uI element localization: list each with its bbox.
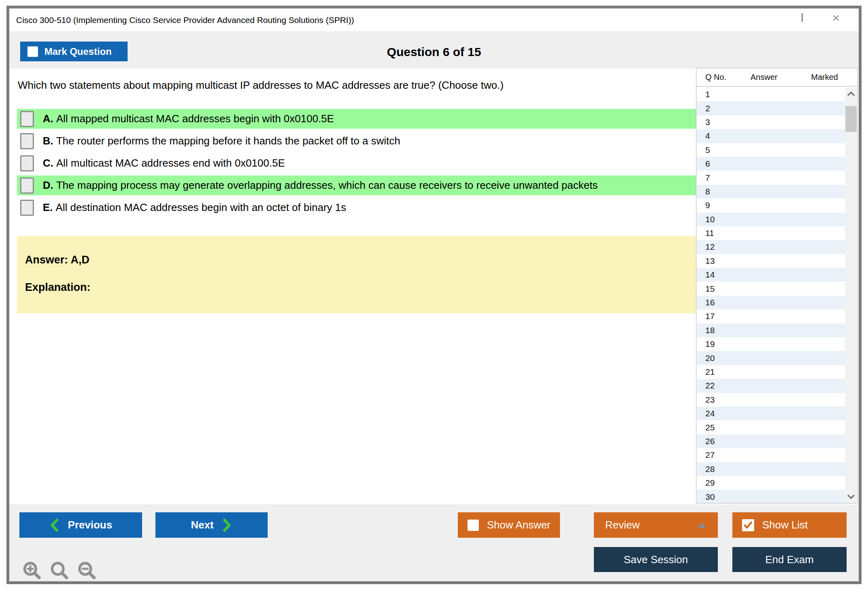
- row-question-number: 1: [705, 90, 751, 99]
- answer-option[interactable]: C. All multicast MAC addresses end with …: [17, 153, 697, 173]
- review-caret-icon: [698, 522, 707, 528]
- question-list-row[interactable]: 6: [697, 157, 845, 171]
- answer-explanation-box: Answer: A,D Explanation:: [17, 236, 697, 313]
- next-button[interactable]: Next: [155, 512, 268, 538]
- row-question-number: 17: [705, 311, 751, 321]
- answer-options: A. All mapped multicast MAC addresses be…: [17, 109, 697, 220]
- question-list-row[interactable]: 19: [697, 337, 845, 351]
- answer-option[interactable]: E. All destination MAC addresses begin w…: [17, 198, 697, 217]
- previous-chevron-icon: [49, 518, 60, 532]
- question-list-row[interactable]: 7: [697, 171, 845, 184]
- question-counter: Question 6 of 15: [9, 45, 859, 59]
- window-controls: ×: [772, 14, 840, 22]
- end-exam-button[interactable]: End Exam: [732, 547, 847, 572]
- question-list-row[interactable]: 9: [697, 198, 845, 212]
- question-list-row[interactable]: 16: [697, 296, 845, 309]
- option-checkbox[interactable]: [20, 133, 34, 149]
- question-list-row[interactable]: 21: [697, 365, 845, 379]
- end-exam-label: End Exam: [765, 553, 814, 566]
- question-list-rows: 1234567891011121314151617181920212223242…: [697, 88, 845, 503]
- question-list-row[interactable]: 2: [697, 101, 845, 115]
- row-question-number: 26: [705, 436, 751, 446]
- question-list-row[interactable]: 12: [697, 240, 845, 254]
- zoom-out-icon[interactable]: [77, 561, 96, 580]
- option-label: D. The mapping process may generate over…: [43, 179, 598, 192]
- question-list-row[interactable]: 15: [697, 282, 845, 295]
- column-header-qno: Q No.: [705, 73, 751, 82]
- question-list-row[interactable]: 11: [697, 226, 845, 240]
- row-question-number: 10: [705, 215, 751, 224]
- question-list-row[interactable]: 3: [697, 115, 845, 129]
- question-list-row[interactable]: 22: [697, 379, 845, 393]
- row-question-number: 5: [705, 145, 751, 155]
- row-question-number: 14: [705, 270, 751, 280]
- option-checkbox[interactable]: [20, 200, 34, 216]
- question-list-scrollbar[interactable]: [845, 88, 857, 503]
- show-answer-button[interactable]: Show Answer: [458, 512, 560, 538]
- question-list-row[interactable]: 25: [697, 420, 845, 434]
- question-list-row[interactable]: 30: [697, 490, 845, 503]
- save-session-button[interactable]: Save Session: [594, 547, 718, 572]
- row-question-number: 8: [705, 187, 751, 196]
- scroll-up-icon[interactable]: [845, 88, 857, 100]
- row-question-number: 9: [705, 200, 751, 210]
- zoom-in-icon[interactable]: [22, 561, 42, 580]
- question-list-row[interactable]: 24: [697, 407, 845, 420]
- option-checkbox[interactable]: [20, 155, 34, 171]
- row-question-number: 28: [705, 464, 751, 474]
- question-list-row[interactable]: 17: [697, 309, 845, 323]
- review-button[interactable]: Review: [594, 512, 718, 538]
- row-question-number: 16: [705, 298, 751, 307]
- next-chevron-icon: [222, 518, 232, 532]
- question-list-row[interactable]: 18: [697, 324, 845, 337]
- column-header-marked: Marked: [811, 73, 858, 82]
- answer-option[interactable]: B. The router performs the mapping befor…: [17, 131, 697, 151]
- maximize-icon[interactable]: [801, 14, 803, 21]
- question-list-row[interactable]: 26: [697, 434, 845, 448]
- question-list-row[interactable]: 10: [697, 213, 845, 226]
- question-list-row[interactable]: 29: [697, 476, 845, 490]
- row-question-number: 13: [705, 256, 751, 266]
- answer-option[interactable]: A. All mapped multicast MAC addresses be…: [17, 109, 697, 129]
- scroll-down-icon[interactable]: [845, 491, 857, 503]
- row-question-number: 22: [705, 381, 751, 390]
- scrollbar-thumb[interactable]: [845, 106, 857, 132]
- show-list-checkbox-icon[interactable]: [742, 519, 754, 531]
- previous-label: Previous: [68, 519, 112, 531]
- question-list-row[interactable]: 14: [697, 268, 845, 282]
- option-label: E. All destination MAC addresses begin w…: [43, 201, 346, 214]
- row-question-number: 20: [705, 353, 751, 363]
- show-list-button[interactable]: Show List: [732, 512, 847, 538]
- row-question-number: 19: [705, 339, 751, 349]
- question-list-row[interactable]: 4: [697, 129, 845, 143]
- next-label: Next: [191, 519, 214, 531]
- question-list-row[interactable]: 13: [697, 254, 845, 268]
- save-session-label: Save Session: [624, 553, 688, 566]
- show-answer-label: Show Answer: [487, 519, 551, 531]
- row-question-number: 27: [705, 450, 751, 460]
- question-list-row[interactable]: 23: [697, 393, 845, 407]
- question-list-row[interactable]: 1: [697, 88, 845, 101]
- row-question-number: 21: [705, 367, 751, 377]
- previous-button[interactable]: Previous: [19, 512, 142, 538]
- row-question-number: 29: [705, 478, 751, 488]
- explanation-label: Explanation:: [25, 281, 90, 294]
- option-label: A. All mapped multicast MAC addresses be…: [43, 113, 334, 125]
- question-list-row[interactable]: 8: [697, 185, 845, 198]
- row-question-number: 24: [705, 409, 751, 418]
- answer-option[interactable]: D. The mapping process may generate over…: [17, 175, 697, 195]
- row-question-number: 2: [705, 104, 751, 113]
- close-icon[interactable]: ×: [832, 14, 840, 22]
- answer-value: Answer: A,D: [25, 254, 90, 266]
- option-checkbox[interactable]: [20, 177, 34, 194]
- zoom-reset-icon[interactable]: [50, 561, 69, 580]
- window-title: Cisco 300-510 (Implementing Cisco Servic…: [16, 15, 354, 25]
- show-answer-checkbox-icon[interactable]: [468, 520, 479, 531]
- question-list-row[interactable]: 5: [697, 143, 845, 157]
- question-list-row[interactable]: 27: [697, 448, 845, 462]
- option-checkbox[interactable]: [20, 111, 34, 127]
- question-list-row[interactable]: 20: [697, 351, 845, 365]
- option-label: C. All multicast MAC addresses end with …: [43, 157, 285, 169]
- row-question-number: 15: [705, 284, 751, 294]
- question-list-row[interactable]: 28: [697, 462, 845, 476]
